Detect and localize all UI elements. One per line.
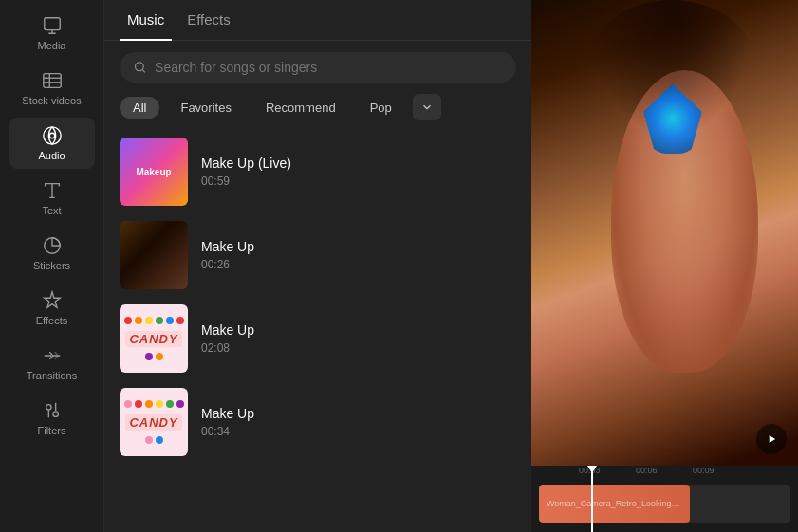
thumb-makeup1-bg: Makeup: [120, 138, 188, 206]
svg-point-9: [52, 412, 57, 417]
song-duration-1: 00:59: [201, 174, 291, 188]
song-duration-2: 00:26: [201, 258, 254, 271]
timeline-playhead: [591, 466, 593, 532]
song-duration-4: 00:34: [201, 425, 254, 438]
song-title-4: Make Up: [201, 406, 254, 421]
candy-label-1: CANDY: [125, 331, 181, 347]
song-title-1: Make Up (Live): [201, 156, 291, 171]
candy-label-2: CANDY: [125, 414, 181, 431]
timeline-clip: Woman_Camera_Retro_Looking_At_Camera_By_…: [539, 485, 690, 523]
filter-more-button[interactable]: [413, 94, 441, 120]
sidebar-item-audio[interactable]: Audio: [9, 118, 95, 169]
song-item-4[interactable]: CANDY Make Up 00:34: [104, 380, 531, 464]
song-item-3[interactable]: CANDY Make Up 02:08: [104, 297, 531, 380]
sidebar-item-stock-videos[interactable]: Stock videos: [9, 63, 95, 114]
song-info-2: Make Up 00:26: [201, 239, 254, 271]
song-title-2: Make Up: [201, 239, 254, 254]
song-info-3: Make Up 02:08: [201, 322, 254, 355]
sidebar-item-stickers[interactable]: Stickers: [9, 228, 95, 279]
svg-point-6: [49, 133, 55, 138]
song-thumb-2: [120, 221, 188, 289]
thumb-candy1-bg: CANDY: [120, 304, 188, 373]
sidebar: Media Stock videos Audio Text: [0, 0, 104, 532]
video-frame: [531, 0, 798, 466]
search-input[interactable]: [155, 60, 503, 75]
timeline: 00:03 00:06 00:09 Woman_Camera_Retro_Loo…: [531, 466, 798, 532]
filter-pop[interactable]: Pop: [357, 97, 405, 119]
video-panel: 00:03 00:06 00:09 Woman_Camera_Retro_Loo…: [531, 0, 798, 532]
play-icon: [765, 432, 778, 446]
timeline-ruler: 00:03 00:06 00:09: [531, 466, 798, 485]
song-list: Makeup Make Up (Live) 00:59 Make Up 00:2…: [104, 130, 531, 532]
time-marker-2: 00:06: [636, 466, 658, 475]
svg-point-8: [46, 405, 51, 411]
timeline-track[interactable]: Woman_Camera_Retro_Looking_At_Camera_By_…: [539, 485, 790, 523]
svg-text:Makeup: Makeup: [137, 167, 171, 177]
clip-label: Woman_Camera_Retro_Looking_At_Camera_By_…: [547, 499, 682, 508]
tab-effects[interactable]: Effects: [179, 0, 238, 41]
song-item-1[interactable]: Makeup Make Up (Live) 00:59: [104, 130, 531, 213]
sidebar-item-transitions[interactable]: Transitions: [9, 338, 95, 389]
sidebar-item-media[interactable]: Media: [9, 8, 95, 59]
song-title-3: Make Up: [201, 322, 254, 338]
sidebar-item-effects[interactable]: Effects: [9, 283, 95, 334]
tab-music[interactable]: Music: [120, 0, 172, 41]
filter-recommend[interactable]: Recommend: [252, 97, 349, 119]
filter-row: All Favorites Recommend Pop: [104, 94, 531, 130]
svg-rect-0: [44, 18, 60, 30]
svg-point-10: [136, 63, 144, 71]
song-thumb-3: CANDY: [120, 304, 188, 373]
chevron-down-icon: [420, 101, 434, 114]
song-thumb-4: CANDY: [120, 388, 188, 456]
svg-point-5: [43, 127, 60, 144]
sidebar-item-filters[interactable]: Filters: [9, 393, 95, 444]
filter-favorites[interactable]: Favorites: [167, 97, 244, 119]
thumb-candy2-bg: CANDY: [120, 388, 188, 456]
panel-tabs: Music Effects: [104, 0, 531, 41]
search-bar[interactable]: [120, 52, 516, 83]
time-marker-3: 00:09: [693, 466, 714, 475]
song-info-1: Make Up (Live) 00:59: [201, 156, 291, 188]
music-panel: Music Effects All Favorites Recommend Po…: [104, 0, 531, 532]
sidebar-item-text[interactable]: Text: [9, 173, 95, 224]
thumb-makeup2-bg: [120, 221, 188, 289]
thumb-makeup2-inner: [120, 221, 188, 289]
song-item-2[interactable]: Make Up 00:26: [104, 213, 531, 297]
song-info-4: Make Up 00:34: [201, 406, 254, 438]
play-button[interactable]: [756, 424, 787, 454]
song-duration-3: 02:08: [201, 341, 254, 355]
search-icon: [133, 60, 147, 75]
song-thumb-1: Makeup: [120, 138, 188, 206]
svg-rect-1: [43, 74, 60, 88]
filter-all[interactable]: All: [120, 97, 159, 119]
video-preview: [531, 0, 798, 466]
